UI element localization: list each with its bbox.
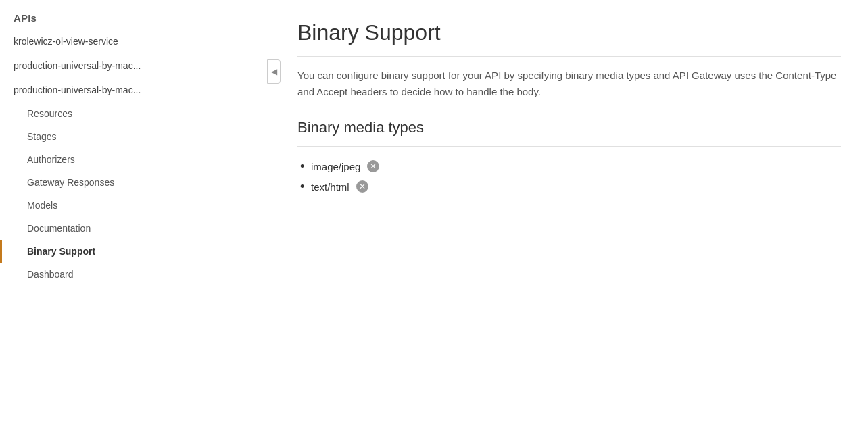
media-type-item-mt-2: text/html✕ <box>297 176 841 197</box>
sidebar-collapse-button[interactable]: ◀ <box>267 59 281 84</box>
sidebar-item-api-3[interactable]: production-universal-by-mac... <box>0 78 270 102</box>
sidebar-item-authorizers[interactable]: Authorizers <box>0 148 270 171</box>
sidebar-item-stages[interactable]: Stages <box>0 125 270 148</box>
description-text: You can configure binary support for you… <box>297 68 841 100</box>
media-type-value-mt-1: image/jpeg <box>311 161 360 172</box>
api-items-list: krolewicz-ol-view-serviceproduction-univ… <box>0 29 270 102</box>
remove-media-type-mt-1[interactable]: ✕ <box>367 160 379 172</box>
sidebar-item-api-2[interactable]: production-universal-by-mac... <box>0 53 270 78</box>
sidebar-item-api-1[interactable]: krolewicz-ol-view-service <box>0 29 270 53</box>
sidebar-item-models[interactable]: Models <box>0 194 270 217</box>
sidebar-item-resources[interactable]: Resources <box>0 102 270 125</box>
page-title: Binary Support <box>297 20 841 57</box>
sidebar: APIs krolewicz-ol-view-serviceproduction… <box>0 0 270 446</box>
sidebar-item-binary-support[interactable]: Binary Support <box>0 240 270 263</box>
sidebar-item-documentation[interactable]: Documentation <box>0 217 270 240</box>
sidebar-section-title: APIs <box>0 7 270 29</box>
sub-items-list: ResourcesStagesAuthorizersGateway Respon… <box>0 102 270 286</box>
sidebar-item-dashboard[interactable]: Dashboard <box>0 263 270 286</box>
media-type-value-mt-2: text/html <box>311 181 349 193</box>
media-type-item-mt-1: image/jpeg✕ <box>297 156 841 176</box>
main-content-area: Binary Support You can configure binary … <box>270 0 868 446</box>
media-type-list: image/jpeg✕text/html✕ <box>297 156 841 197</box>
sidebar-item-gateway-responses[interactable]: Gateway Responses <box>0 171 270 194</box>
chevron-left-icon: ◀ <box>271 67 277 76</box>
binary-media-types-heading: Binary media types <box>297 119 841 147</box>
remove-media-type-mt-2[interactable]: ✕ <box>356 180 368 193</box>
